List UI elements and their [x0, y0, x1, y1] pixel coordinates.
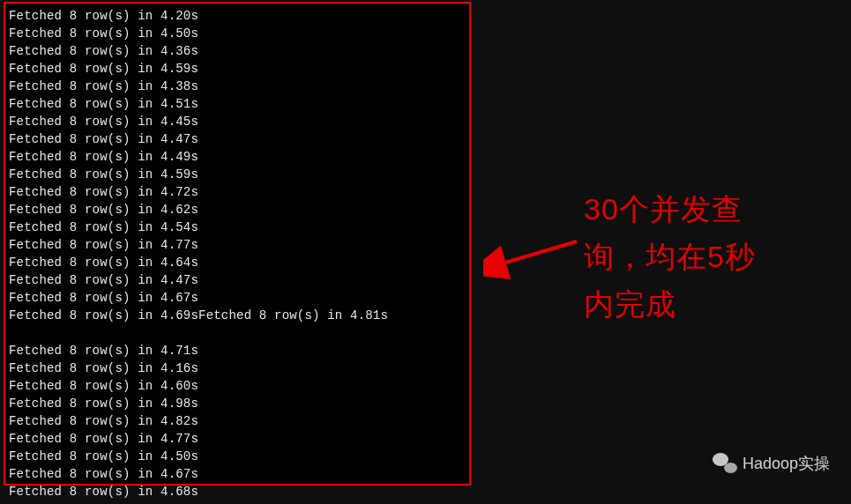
terminal-line: Fetched 8 row(s) in 4.50s [9, 448, 466, 465]
terminal-line: Fetched 8 row(s) in 4.20s [9, 7, 466, 25]
terminal-line: Fetched 8 row(s) in 4.36s [9, 42, 466, 60]
terminal-line: Fetched 8 row(s) in 4.68s [9, 483, 466, 500]
terminal-line: Fetched 8 row(s) in 4.16s [9, 359, 466, 377]
terminal-line: Fetched 8 row(s) in 4.71s [9, 342, 466, 359]
terminal-line: Fetched 8 row(s) in 4.62s [9, 201, 466, 219]
annotation-text: 30个并发查 询，均在5秒 内完成 [584, 185, 822, 328]
terminal-line: Fetched 8 row(s) in 4.38s [9, 78, 466, 95]
terminal-line: Fetched 8 row(s) in 4.82s [9, 412, 466, 430]
watermark: Hadoop实操 [713, 453, 830, 474]
wechat-icon [713, 453, 737, 474]
terminal-line: Fetched 8 row(s) in 4.72s [9, 183, 466, 201]
terminal-line: Fetched 8 row(s) in 4.51s [9, 95, 466, 113]
watermark-label: Hadoop实操 [743, 453, 830, 474]
terminal-line: Fetched 8 row(s) in 4.69sFetched 8 row(s… [9, 307, 466, 324]
terminal-lines: Fetched 8 row(s) in 4.20sFetched 8 row(s… [9, 7, 466, 500]
terminal-line: Fetched 8 row(s) in 4.59s [9, 60, 466, 78]
annotation-arrow-icon [483, 229, 580, 282]
terminal-line: Fetched 8 row(s) in 4.67s [9, 289, 466, 307]
terminal-line: Fetched 8 row(s) in 4.49s [9, 148, 466, 166]
terminal-line: Fetched 8 row(s) in 4.59s [9, 166, 466, 183]
terminal-output-box: Fetched 8 row(s) in 4.20sFetched 8 row(s… [4, 2, 471, 485]
terminal-line: Fetched 8 row(s) in 4.77s [9, 430, 466, 448]
terminal-line: Fetched 8 row(s) in 4.47s [9, 130, 466, 148]
terminal-line: Fetched 8 row(s) in 4.45s [9, 113, 466, 130]
terminal-line: Fetched 8 row(s) in 4.77s [9, 236, 466, 254]
terminal-line [9, 324, 466, 342]
terminal-line: Fetched 8 row(s) in 4.47s [9, 271, 466, 289]
terminal-line: Fetched 8 row(s) in 4.54s [9, 219, 466, 236]
terminal-line: Fetched 8 row(s) in 4.50s [9, 25, 466, 42]
terminal-prompt-line[interactable]: [root@cdh4 scripts]# [9, 500, 466, 504]
terminal-line: Fetched 8 row(s) in 4.98s [9, 395, 466, 412]
terminal-line: Fetched 8 row(s) in 4.67s [9, 465, 466, 483]
svg-line-1 [499, 241, 577, 264]
terminal-line: Fetched 8 row(s) in 4.60s [9, 377, 466, 395]
terminal-line: Fetched 8 row(s) in 4.64s [9, 254, 466, 271]
